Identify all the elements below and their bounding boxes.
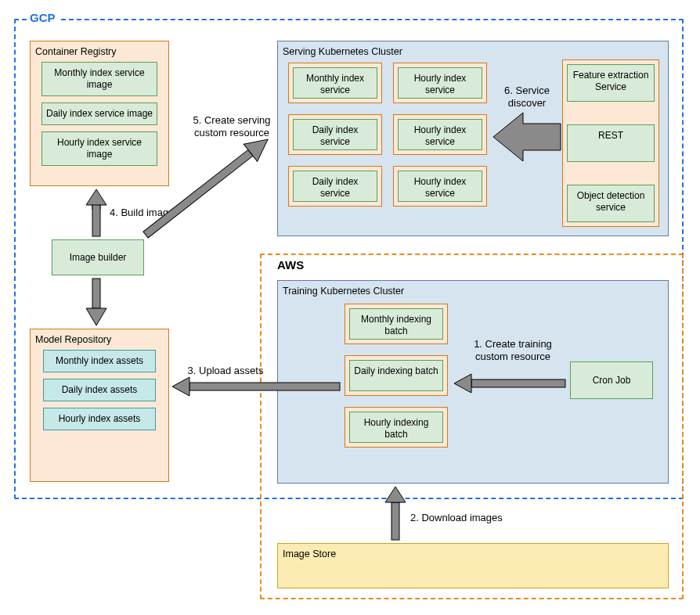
arrow-builder-to-modelrepo (85, 277, 108, 327)
registry-item: Monthly index service image (41, 62, 157, 96)
caption-step2: 2. Download images (410, 512, 528, 524)
svg-rect-2 (143, 149, 253, 238)
svg-rect-4 (471, 379, 565, 387)
registry-item: Daily index service image (41, 102, 157, 125)
serving-svc: Feature extraction Service (567, 64, 655, 102)
model-repo-item: Daily index assets (43, 379, 156, 401)
serving-svc: Hourly index service (398, 171, 482, 202)
training-col: Monthly indexing batch Daily indexing ba… (345, 304, 448, 448)
arrow-step4 (85, 188, 108, 238)
model-repo-item: Monthly index assets (43, 350, 156, 372)
serving-col2: Hourly index service Hourly index servic… (393, 63, 487, 207)
image-store-panel: Image Store (277, 543, 669, 588)
model-repository-title: Model Repository (35, 334, 164, 345)
serving-svc: Hourly index service (398, 119, 482, 150)
cron-job-box: Cron Job (570, 361, 653, 399)
arrow-step6 (492, 110, 562, 164)
serving-svc: REST (567, 124, 655, 162)
aws-label: AWS (274, 258, 307, 272)
arrow-step5 (146, 142, 279, 244)
serving-svc: Daily index service (293, 171, 377, 202)
gcp-label: GCP (27, 11, 59, 24)
arrow-step2 (384, 485, 407, 541)
caption-step5: 5. Create serving custom resource (185, 114, 279, 140)
image-builder-box: Image builder (52, 239, 144, 275)
arrow-step3 (171, 376, 341, 397)
serving-col3-pod: Feature extraction Service REST Object d… (562, 59, 659, 227)
training-batch: Monthly indexing batch (349, 308, 443, 340)
svg-rect-0 (92, 205, 100, 236)
container-registry-title: Container Registry (35, 46, 164, 57)
svg-rect-3 (189, 383, 340, 390)
svg-rect-5 (391, 502, 399, 540)
caption-step6: 6. Service discover (495, 85, 559, 110)
model-repository-panel: Model Repository Monthly index assets Da… (30, 329, 169, 482)
svg-rect-1 (92, 279, 100, 308)
serving-svc: Object detection service (567, 185, 655, 222)
serving-svc: Monthly index service (293, 67, 377, 99)
training-batch: Daily indexing batch (349, 360, 443, 391)
training-cluster-title: Training Kubernetes Cluster (283, 286, 663, 297)
registry-item: Hourly index service image (41, 131, 157, 166)
serving-cluster-title: Serving Kubernetes Cluster (283, 46, 663, 57)
model-repo-item: Hourly index assets (43, 408, 156, 430)
image-store-title: Image Store (283, 548, 663, 559)
training-batch: Hourly indexing batch (349, 412, 443, 443)
caption-step1: 1. Create training custom resource (462, 338, 564, 364)
serving-svc: Hourly index service (398, 67, 482, 99)
serving-svc: Daily index service (293, 119, 377, 150)
serving-col1: Monthly index service Daily index servic… (288, 63, 382, 207)
arrow-step1 (453, 372, 567, 394)
